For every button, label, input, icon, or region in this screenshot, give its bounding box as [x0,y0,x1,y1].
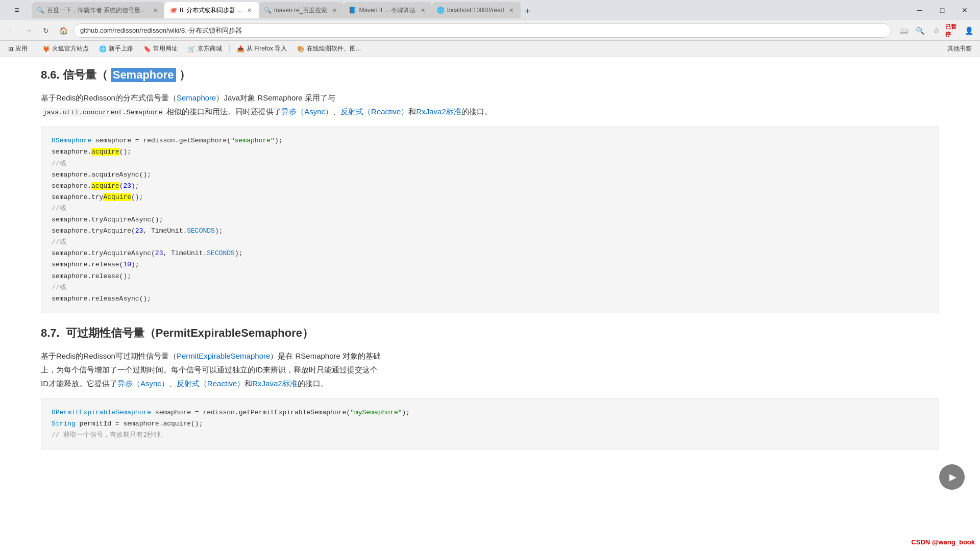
bm-jd[interactable]: 🛒 京东商城 [184,43,226,54]
s87-sep: 、 [169,379,177,388]
profile-icon[interactable]: 👤 [962,23,976,38]
bm-other-label: 其他书签 [947,44,972,53]
tab-close-5[interactable]: ✕ [507,6,516,14]
forward-button[interactable]: → [21,23,36,38]
maximize-button[interactable]: □ [932,3,952,18]
new-tab-button[interactable]: + [521,4,535,18]
section-87-num: 8.7. [41,327,60,340]
bm-draw-label: 在线绘图软件、图... [307,44,361,53]
s87-async-link[interactable]: 异步（Async） [117,379,169,388]
code-num-10: 10 [123,261,131,268]
rxjava2-link[interactable]: RxJava2标准 [416,107,461,116]
tab-label-2: 8. 分布式锁和同步器 ... [180,6,242,15]
search-icon[interactable]: 🔍 [913,23,927,38]
tab-maven-algo[interactable]: 📘 Maven If ... 令牌算法 ✕ [344,2,432,18]
permit-link[interactable]: PermitExpirableSemaphore [177,352,270,360]
close-button[interactable]: ✕ [954,3,975,18]
code-block-87: RPermitExpirableSemaphore semaphore = re… [41,398,939,449]
para-end: 的接口。 [461,107,492,116]
section-86-heading: 8.6. 信号量（ Semaphore ） [41,67,939,83]
csdn-badge: CSDN @wang_book [911,538,975,546]
s87-and: 和 [244,379,252,388]
s87-text-4: ID才能释放。它提供了 [41,379,117,388]
code-rpermit-class: RPermitExpirableSemaphore [52,409,151,416]
back-button[interactable]: ← [4,23,18,38]
bm-import-label: 从 Firefox 导入 [247,44,287,53]
code-comment-3: //或 [52,238,66,246]
bm-firefox-label: 火狐官方站点 [52,44,89,53]
code-num-23-3: 23 [155,249,163,257]
content-area[interactable]: 8.6. 信号量（ Semaphore ） 基于Redis的Redisson的分… [0,57,980,551]
code-num-23-1: 23 [123,182,131,190]
tab-distributed-lock[interactable]: 🐙 8. 分布式锁和同步器 ... ✕ [164,2,259,18]
tab-baidu-search[interactable]: 🔍 百度一下，你就作者 系统的信号量 百度搜索 ✕ [32,2,164,18]
address-input[interactable]: github.com/redisson/redisson/wiki/8.-分布式… [74,23,891,38]
bookmark-icon[interactable]: ☆ [929,23,943,38]
code-comment-4: //或 [52,284,66,291]
tab-label-5: localhost:10000/read [447,7,504,14]
reader-mode-icon[interactable]: 📖 [896,23,911,38]
home-button[interactable]: 🏠 [56,23,70,38]
para-and: 和 [408,107,416,116]
bm-firefox-import[interactable]: 📥 从 Firefox 导入 [233,43,291,54]
section-87-heading: 8.7. 可过期性信号量（PermitExpirableSemaphore） [41,325,939,341]
bm-beginner[interactable]: 🌐 新手上路 [95,43,137,54]
address-icons: 📖 🔍 ☆ 已暂停 👤 [896,23,976,38]
pause-icon[interactable]: 已暂停 [945,23,960,38]
tab-favicon-5: 🌐 [437,7,444,14]
minimize-button[interactable]: ─ [910,3,930,18]
section-87-para: 基于Redis的Redisson可过期性信号量（PermitExpirableS… [41,349,939,390]
bm-beginner-label: 新手上路 [109,44,133,53]
bm-common-icon: 🔖 [143,45,151,53]
tab-favicon-1: 🔍 [37,7,44,14]
address-bar: ← → ↻ 🏠 github.com/redisson/redisson/wik… [0,20,980,41]
bm-other[interactable]: 其他书签 [943,43,976,54]
code-acquire23-highlight: acquire [91,182,119,190]
video-play-button[interactable] [939,464,965,490]
s87-reactive-link[interactable]: 反射式（Reactive） [177,379,244,388]
tab-close-4[interactable]: ✕ [419,6,427,14]
s87-rx-link[interactable]: RxJava2标准 [252,379,297,388]
code-seconds-2: SECONDS [207,249,235,257]
code-seconds-1: SECONDS [187,227,215,235]
tab-favicon-4: 📘 [349,7,356,14]
tab-label-1: 百度一下，你就作者 系统的信号量 百度搜索 [47,6,148,15]
page-body: 8.6. 信号量（ Semaphore ） 基于Redis的Redisson的分… [0,57,980,551]
code-string-class: String [52,420,76,428]
bm-apps-label: 应用 [15,44,28,53]
section-86-close: ） [179,67,190,83]
code-rsemaphore-class: RSemaphore [52,137,91,144]
para-text-3: 相似的接口和用法。同时还提供了 [166,107,281,116]
async-link[interactable]: 异步（Async） [281,107,333,116]
inline-code-semaphore: java.util.concurrent.Semaphore [41,108,164,117]
tab-close-2[interactable]: ✕ [246,6,254,14]
code-str-2: "mySemaphore" [350,409,402,416]
tab-label-4: Maven If ... 令牌算法 [359,6,415,15]
tab-close-1[interactable]: ✕ [151,6,159,14]
code-acquire-highlight: acquire [91,148,119,156]
s87-text-3: 上，为每个信号增加了一个过期时间。每个信号可以通过独立的ID来辨识，释放时只能通… [41,365,378,374]
bm-draw[interactable]: 🎨 在线绘图软件、图... [293,43,365,54]
window-controls: ─ □ ✕ [910,3,975,18]
tabs-container: 🔍 百度一下，你就作者 系统的信号量 百度搜索 ✕ 🐙 8. 分布式锁和同步器 … [32,2,976,18]
refresh-button[interactable]: ↻ [39,23,53,38]
tab-maven-search[interactable]: 🔍 maven re_百度搜索 ✕ [259,2,344,18]
section-86-num: 8.6. [41,68,60,82]
code-tryacquire-highlight: Acquire [103,193,131,201]
semaphore-link[interactable]: Semaphore [177,93,216,102]
code-num-23-2: 23 [135,227,143,235]
reactive-link[interactable]: 反射式（Reactive） [340,107,408,116]
code-comment-1: //或 [52,160,66,167]
bm-draw-icon: 🎨 [297,45,305,53]
tab-localhost[interactable]: 🌐 localhost:10000/read ✕ [432,2,520,18]
para-text-2: ）Java对象 RSemaphore 采用了与 [216,93,335,102]
bm-common-urls[interactable]: 🔖 常用网址 [139,43,182,54]
bm-apps[interactable]: ⊞ 应用 [4,43,32,54]
tab-close-3[interactable]: ✕ [330,6,338,14]
app-menu[interactable]: ≡ [4,6,30,15]
section-86-highlight: Semaphore [111,68,176,82]
para-text-1: 基于Redis的Redisson的分布式信号量（ [41,93,177,102]
tab-favicon-3: 🔍 [264,7,271,14]
bm-firefox-site[interactable]: 🦊 火狐官方站点 [38,43,93,54]
bm-jd-icon: 🛒 [188,45,195,53]
